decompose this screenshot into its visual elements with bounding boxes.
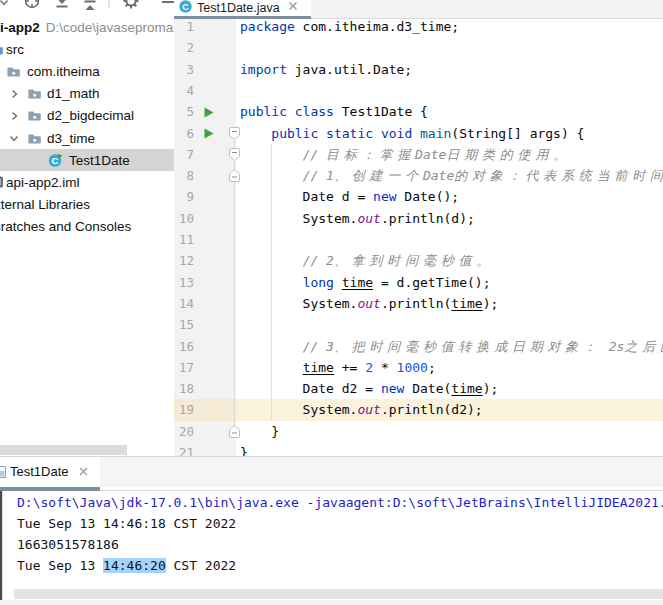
console-output-line: Tue Sep 13 14:46:18 CST 2022 <box>17 513 236 534</box>
folder-icon <box>28 87 41 100</box>
folder-icon <box>28 109 41 122</box>
project-tool-window: i-app2D:\code\javasepromaxsrccom.itheima… <box>0 0 174 456</box>
tree-item-d3-time[interactable]: d3_time <box>0 127 174 149</box>
tree-item-src[interactable]: src <box>0 38 174 60</box>
chevron-right-icon[interactable] <box>8 110 20 122</box>
folder-icon <box>28 132 41 145</box>
tree-item-test1date[interactable]: CTest1Date <box>0 149 174 171</box>
code-editor-area[interactable] <box>175 19 663 456</box>
console-horizontal-scrollbar-thumb[interactable] <box>14 589 663 599</box>
project-root-name: i-app2 <box>0 20 40 35</box>
expand-down-icon[interactable] <box>53 0 71 12</box>
collapse-up-icon[interactable] <box>81 0 99 15</box>
project-root-path: D:\code\javasepromax <box>46 20 174 35</box>
src-folder-icon <box>0 43 3 56</box>
run-console-output[interactable]: D:\soft\Java\jdk-17.0.1\bin\java.exe -ja… <box>0 491 663 605</box>
project-toolbar <box>0 0 174 14</box>
module-file-icon <box>0 176 4 188</box>
tree-item-label: src <box>6 42 24 57</box>
locate-target-icon[interactable] <box>23 0 41 10</box>
chevron-down-icon[interactable] <box>8 132 20 144</box>
project-horizontal-scrollbar-thumb[interactable] <box>0 445 127 455</box>
folder-icon <box>7 65 20 78</box>
editor-tab-close-icon[interactable] <box>287 0 299 12</box>
tree-item-scratches-and-consoles[interactable]: Scratches and Consoles <box>0 216 174 238</box>
svg-text:C: C <box>52 155 59 166</box>
tree-item-label: Test1Date <box>69 153 130 168</box>
tree-item-label: d3_time <box>47 131 95 146</box>
tree-item-label: d2_bigdecimal <box>47 108 134 123</box>
chevron-right-icon[interactable] <box>8 88 20 100</box>
chevron-down-icon[interactable] <box>0 0 16 14</box>
tree-item-external-libraries[interactable]: External Libraries <box>0 194 174 216</box>
selected-text: 14:46:20 <box>103 558 166 573</box>
tree-item-com-itheima[interactable]: com.itheima <box>0 60 174 82</box>
console-output-line: 1663051578186 <box>17 534 119 555</box>
tree-item-label: d1_math <box>47 86 100 101</box>
run-tab-close-icon[interactable] <box>78 466 89 477</box>
console-output-line: Tue Sep 13 14:46:20 CST 2022 <box>17 555 236 576</box>
status-bar-sliver <box>0 600 663 605</box>
run-tab-title: Test1Date <box>10 464 69 479</box>
java-class-icon: C <box>179 0 192 13</box>
tree-root-project[interactable]: i-app2D:\code\javasepromax <box>0 16 174 38</box>
gear-icon[interactable] <box>122 0 140 10</box>
tree-item-d1-math[interactable]: d1_math <box>0 83 174 105</box>
tree-item-label: Scratches and Consoles <box>0 219 131 234</box>
console-left-border <box>2 491 3 601</box>
tree-item-label: External Libraries <box>0 197 90 212</box>
console-frame-icon <box>0 466 6 478</box>
editor-tab-title: Test1Date.java <box>197 1 280 15</box>
tree-item-api-app2-iml[interactable]: api-app2.iml <box>0 171 174 193</box>
console-command-line: D:\soft\Java\jdk-17.0.1\bin\java.exe -ja… <box>17 492 663 513</box>
hide-minus-icon[interactable] <box>159 0 174 11</box>
tree-item-label: com.itheima <box>27 64 100 79</box>
svg-text:C: C <box>182 2 189 12</box>
tree-item-label: api-app2.iml <box>6 175 80 190</box>
tree-item-d2-bigdecimal[interactable]: d2_bigdecimal <box>0 105 174 127</box>
class-run-icon: C <box>48 153 63 167</box>
